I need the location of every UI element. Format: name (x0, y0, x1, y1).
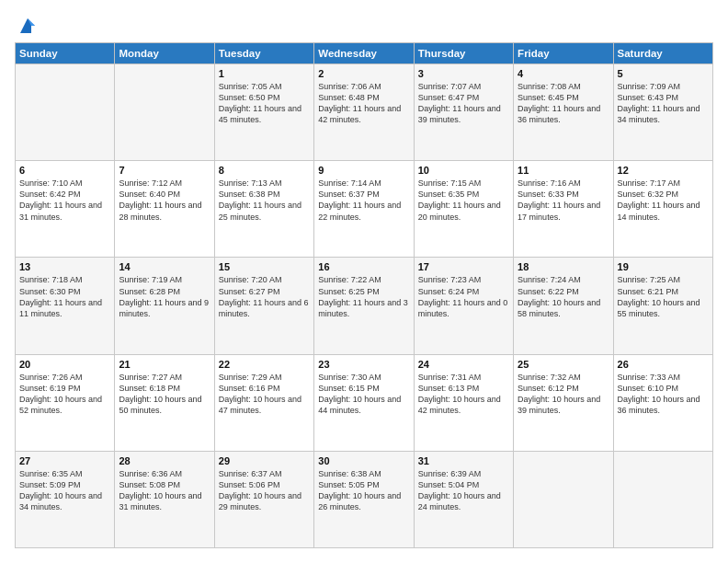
day-info: Sunrise: 7:08 AM Sunset: 6:45 PM Dayligh… (518, 81, 609, 126)
day-number: 14 (119, 261, 210, 272)
calendar-cell: 23Sunrise: 7:30 AM Sunset: 6:15 PM Dayli… (314, 354, 414, 451)
week-row-2: 6Sunrise: 7:10 AM Sunset: 6:42 PM Daylig… (16, 161, 713, 258)
week-row-1: 1Sunrise: 7:05 AM Sunset: 6:50 PM Daylig… (16, 64, 713, 161)
day-info: Sunrise: 7:24 AM Sunset: 6:22 PM Dayligh… (518, 274, 609, 319)
week-row-5: 27Sunrise: 6:35 AM Sunset: 5:09 PM Dayli… (16, 451, 713, 547)
day-number: 20 (19, 359, 110, 370)
day-info: Sunrise: 7:19 AM Sunset: 6:28 PM Dayligh… (119, 274, 210, 319)
week-row-3: 13Sunrise: 7:18 AM Sunset: 6:30 PM Dayli… (16, 258, 713, 354)
day-info: Sunrise: 6:39 AM Sunset: 5:04 PM Dayligh… (418, 468, 509, 513)
calendar-cell: 26Sunrise: 7:33 AM Sunset: 6:10 PM Dayli… (613, 354, 712, 451)
calendar-cell (613, 451, 712, 547)
weekday-header-row: SundayMondayTuesdayWednesdayThursdayFrid… (16, 43, 713, 64)
calendar-cell (514, 451, 613, 547)
day-info: Sunrise: 7:07 AM Sunset: 6:47 PM Dayligh… (418, 81, 509, 126)
calendar-cell: 29Sunrise: 6:37 AM Sunset: 5:06 PM Dayli… (214, 451, 313, 547)
day-info: Sunrise: 7:25 AM Sunset: 6:21 PM Dayligh… (618, 274, 709, 319)
day-number: 17 (418, 261, 509, 272)
day-number: 27 (19, 455, 110, 466)
week-row-4: 20Sunrise: 7:26 AM Sunset: 6:19 PM Dayli… (16, 354, 713, 451)
day-info: Sunrise: 7:29 AM Sunset: 6:16 PM Dayligh… (219, 372, 310, 417)
day-number: 2 (318, 68, 409, 79)
day-info: Sunrise: 7:22 AM Sunset: 6:25 PM Dayligh… (318, 274, 409, 319)
day-number: 8 (219, 165, 310, 176)
calendar-cell: 14Sunrise: 7:19 AM Sunset: 6:28 PM Dayli… (115, 258, 214, 354)
day-info: Sunrise: 7:09 AM Sunset: 6:43 PM Dayligh… (618, 81, 709, 126)
day-number: 31 (418, 455, 509, 466)
day-number: 7 (119, 165, 210, 176)
day-info: Sunrise: 7:17 AM Sunset: 6:32 PM Dayligh… (618, 178, 709, 223)
day-number: 5 (618, 68, 709, 79)
weekday-header-monday: Monday (115, 43, 214, 64)
day-info: Sunrise: 7:10 AM Sunset: 6:42 PM Dayligh… (19, 178, 110, 223)
calendar-cell: 4Sunrise: 7:08 AM Sunset: 6:45 PM Daylig… (514, 64, 613, 161)
day-number: 23 (318, 359, 409, 370)
calendar-cell: 22Sunrise: 7:29 AM Sunset: 6:16 PM Dayli… (214, 354, 313, 451)
calendar-cell: 9Sunrise: 7:14 AM Sunset: 6:37 PM Daylig… (314, 161, 414, 258)
day-info: Sunrise: 7:32 AM Sunset: 6:12 PM Dayligh… (518, 372, 609, 417)
day-number: 10 (418, 165, 509, 176)
calendar-cell: 21Sunrise: 7:27 AM Sunset: 6:18 PM Dayli… (115, 354, 214, 451)
day-number: 12 (618, 165, 709, 176)
calendar-cell: 19Sunrise: 7:25 AM Sunset: 6:21 PM Dayli… (613, 258, 712, 354)
day-number: 11 (518, 165, 609, 176)
calendar-cell: 20Sunrise: 7:26 AM Sunset: 6:19 PM Dayli… (16, 354, 115, 451)
day-number: 4 (518, 68, 609, 79)
day-number: 24 (418, 359, 509, 370)
calendar-cell: 27Sunrise: 6:35 AM Sunset: 5:09 PM Dayli… (16, 451, 115, 547)
calendar-cell (16, 64, 115, 161)
day-number: 28 (119, 455, 210, 466)
calendar-cell: 5Sunrise: 7:09 AM Sunset: 6:43 PM Daylig… (613, 64, 712, 161)
day-number: 29 (219, 455, 310, 466)
day-number: 16 (318, 261, 409, 272)
logo-icon (17, 15, 39, 37)
calendar-cell: 16Sunrise: 7:22 AM Sunset: 6:25 PM Dayli… (314, 258, 414, 354)
day-info: Sunrise: 7:06 AM Sunset: 6:48 PM Dayligh… (318, 81, 409, 126)
day-number: 6 (19, 165, 110, 176)
weekday-header-friday: Friday (514, 43, 613, 64)
calendar-cell: 13Sunrise: 7:18 AM Sunset: 6:30 PM Dayli… (16, 258, 115, 354)
day-number: 15 (219, 261, 310, 272)
day-info: Sunrise: 6:38 AM Sunset: 5:05 PM Dayligh… (318, 468, 409, 513)
day-info: Sunrise: 6:37 AM Sunset: 5:06 PM Dayligh… (219, 468, 310, 513)
weekday-header-tuesday: Tuesday (214, 43, 313, 64)
day-info: Sunrise: 7:26 AM Sunset: 6:19 PM Dayligh… (19, 372, 110, 417)
calendar-cell (115, 64, 214, 161)
day-number: 18 (518, 261, 609, 272)
day-info: Sunrise: 7:31 AM Sunset: 6:13 PM Dayligh… (418, 372, 509, 417)
day-number: 3 (418, 68, 509, 79)
day-number: 21 (119, 359, 210, 370)
calendar-cell: 3Sunrise: 7:07 AM Sunset: 6:47 PM Daylig… (414, 64, 513, 161)
day-info: Sunrise: 6:36 AM Sunset: 5:08 PM Dayligh… (119, 468, 210, 513)
calendar-cell: 17Sunrise: 7:23 AM Sunset: 6:24 PM Dayli… (414, 258, 513, 354)
calendar-cell: 11Sunrise: 7:16 AM Sunset: 6:33 PM Dayli… (514, 161, 613, 258)
day-info: Sunrise: 7:14 AM Sunset: 6:37 PM Dayligh… (318, 178, 409, 223)
calendar-cell: 31Sunrise: 6:39 AM Sunset: 5:04 PM Dayli… (414, 451, 513, 547)
weekday-header-saturday: Saturday (613, 43, 712, 64)
calendar-page: SundayMondayTuesdayWednesdayThursdayFrid… (0, 0, 728, 563)
calendar-cell: 28Sunrise: 6:36 AM Sunset: 5:08 PM Dayli… (115, 451, 214, 547)
logo (15, 15, 39, 33)
day-number: 13 (19, 261, 110, 272)
header (15, 15, 713, 33)
day-number: 1 (219, 68, 310, 79)
calendar-cell: 1Sunrise: 7:05 AM Sunset: 6:50 PM Daylig… (214, 64, 313, 161)
calendar-cell: 15Sunrise: 7:20 AM Sunset: 6:27 PM Dayli… (214, 258, 313, 354)
calendar-cell: 18Sunrise: 7:24 AM Sunset: 6:22 PM Dayli… (514, 258, 613, 354)
day-info: Sunrise: 7:16 AM Sunset: 6:33 PM Dayligh… (518, 178, 609, 223)
day-info: Sunrise: 7:15 AM Sunset: 6:35 PM Dayligh… (418, 178, 509, 223)
day-info: Sunrise: 7:20 AM Sunset: 6:27 PM Dayligh… (219, 274, 310, 319)
day-number: 19 (618, 261, 709, 272)
calendar-cell: 8Sunrise: 7:13 AM Sunset: 6:38 PM Daylig… (214, 161, 313, 258)
calendar-cell: 24Sunrise: 7:31 AM Sunset: 6:13 PM Dayli… (414, 354, 513, 451)
day-number: 25 (518, 359, 609, 370)
day-info: Sunrise: 7:30 AM Sunset: 6:15 PM Dayligh… (318, 372, 409, 417)
calendar-cell: 10Sunrise: 7:15 AM Sunset: 6:35 PM Dayli… (414, 161, 513, 258)
calendar-cell: 7Sunrise: 7:12 AM Sunset: 6:40 PM Daylig… (115, 161, 214, 258)
weekday-header-sunday: Sunday (16, 43, 115, 64)
day-number: 9 (318, 165, 409, 176)
day-info: Sunrise: 7:12 AM Sunset: 6:40 PM Dayligh… (119, 178, 210, 223)
day-info: Sunrise: 7:23 AM Sunset: 6:24 PM Dayligh… (418, 274, 509, 319)
weekday-header-wednesday: Wednesday (314, 43, 414, 64)
day-info: Sunrise: 7:18 AM Sunset: 6:30 PM Dayligh… (19, 274, 110, 319)
